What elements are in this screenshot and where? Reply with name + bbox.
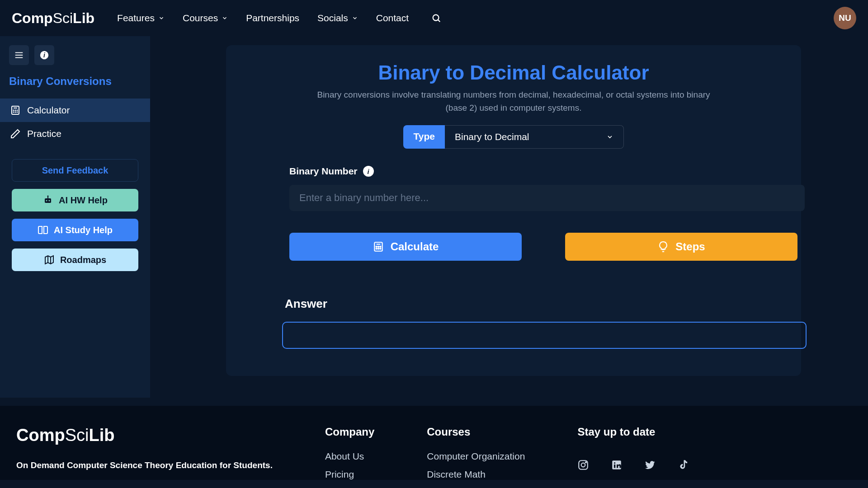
search-icon[interactable]: [431, 13, 441, 23]
nav-partnerships-label: Partnerships: [246, 13, 299, 23]
chevron-down-icon: [158, 15, 165, 21]
header: CompSciLib Features Courses Partnerships…: [0, 0, 868, 36]
svg-point-32: [581, 463, 585, 467]
nav-partnerships[interactable]: Partnerships: [246, 13, 299, 23]
map-icon: [44, 254, 55, 265]
button-label: Steps: [675, 240, 705, 253]
sidebar-item-calculator[interactable]: Calculator: [0, 99, 150, 122]
sidebar: i Binary Conversions Calculator Practice…: [0, 36, 150, 398]
svg-point-33: [585, 462, 586, 463]
info-button[interactable]: i: [34, 45, 54, 65]
nav-contact[interactable]: Contact: [376, 13, 409, 23]
main-panel: Binary to Decimal Calculator Binary conv…: [226, 45, 801, 376]
instagram-icon[interactable]: [577, 459, 589, 471]
svg-point-35: [614, 462, 615, 464]
chevron-down-icon: [606, 133, 613, 141]
button-label: AI HW Help: [59, 195, 108, 206]
footer-logo[interactable]: CompSciLib: [16, 426, 273, 445]
sidebar-item-label: Calculator: [27, 105, 70, 116]
button-label: Calculate: [391, 240, 439, 253]
svg-point-30: [380, 248, 381, 249]
book-icon: [38, 225, 48, 235]
ai-study-help-button[interactable]: AI Study Help: [12, 219, 138, 241]
type-label: Type: [403, 125, 444, 149]
info-icon: i: [39, 50, 49, 60]
nav-courses[interactable]: Courses: [183, 13, 228, 23]
page-title: Binary to Decimal Calculator: [244, 61, 783, 84]
sidebar-item-label: Practice: [27, 128, 61, 139]
lightbulb-icon: [657, 241, 669, 253]
robot-icon: [42, 195, 53, 206]
type-select-value: Binary to Decimal: [455, 131, 529, 142]
tiktok-icon[interactable]: [678, 459, 689, 471]
steps-button[interactable]: Steps: [565, 233, 797, 261]
ai-hw-help-button[interactable]: AI HW Help: [12, 189, 138, 211]
sidebar-item-practice[interactable]: Practice: [0, 122, 150, 145]
svg-line-1: [438, 20, 440, 22]
type-select[interactable]: Binary to Decimal: [445, 125, 624, 149]
svg-point-25: [376, 246, 377, 247]
footer-link-about[interactable]: About Us: [325, 451, 374, 462]
nav-courses-label: Courses: [183, 13, 218, 23]
footer-courses-head: Courses: [427, 426, 525, 438]
nav-features-label: Features: [117, 13, 155, 23]
svg-point-29: [378, 248, 379, 249]
footer-link-discrete[interactable]: Discrete Math: [427, 469, 525, 480]
button-label: Roadmaps: [60, 255, 106, 265]
calculator-icon: [10, 105, 21, 116]
nav-socials[interactable]: Socials: [317, 13, 358, 23]
roadmaps-button[interactable]: Roadmaps: [12, 249, 138, 271]
button-label: Send Feedback: [42, 165, 108, 176]
pencil-icon: [10, 128, 21, 139]
svg-rect-15: [45, 198, 51, 203]
linkedin-icon[interactable]: [611, 459, 623, 471]
twitter-icon[interactable]: [644, 459, 656, 471]
answer-label: Answer: [285, 297, 783, 311]
logo[interactable]: CompSciLib: [12, 10, 94, 27]
calculator-icon: [373, 241, 384, 253]
nav-features[interactable]: Features: [117, 13, 165, 23]
binary-input[interactable]: [289, 185, 805, 211]
footer-stay-head: Stay up to date: [577, 426, 689, 438]
svg-point-0: [433, 15, 439, 21]
chevron-down-icon: [352, 15, 358, 21]
svg-point-26: [378, 246, 379, 247]
svg-rect-36: [614, 465, 615, 468]
avatar[interactable]: NU: [834, 7, 856, 29]
footer-company-head: Company: [325, 426, 374, 438]
svg-point-27: [380, 246, 381, 247]
nav: Features Courses Partnerships Socials Co…: [117, 13, 441, 23]
field-label: Binary Number: [289, 166, 358, 177]
answer-box: [282, 322, 807, 349]
field-label-row: Binary Number i: [289, 166, 783, 177]
footer: CompSciLib On Demand Computer Science Th…: [0, 406, 868, 480]
svg-point-16: [46, 200, 47, 202]
nav-contact-label: Contact: [376, 13, 409, 23]
chevron-down-icon: [222, 15, 228, 21]
info-icon[interactable]: i: [363, 166, 374, 177]
menu-button[interactable]: [9, 45, 29, 65]
page-subtitle: Binary conversions involve translating n…: [310, 89, 717, 114]
footer-link-pricing[interactable]: Pricing: [325, 469, 374, 480]
sidebar-title: Binary Conversions: [0, 73, 150, 99]
svg-marker-20: [45, 256, 53, 264]
button-label: AI Study Help: [54, 225, 113, 235]
nav-socials-label: Socials: [317, 13, 348, 23]
svg-point-19: [47, 196, 49, 197]
hamburger-icon: [14, 50, 24, 60]
calculate-button[interactable]: Calculate: [289, 233, 522, 261]
footer-link-comporg[interactable]: Computer Organization: [427, 451, 525, 462]
svg-point-17: [49, 200, 50, 202]
footer-tagline: On Demand Computer Science Theory Educat…: [16, 460, 273, 470]
send-feedback-button[interactable]: Send Feedback: [12, 159, 138, 182]
svg-point-28: [376, 248, 377, 249]
